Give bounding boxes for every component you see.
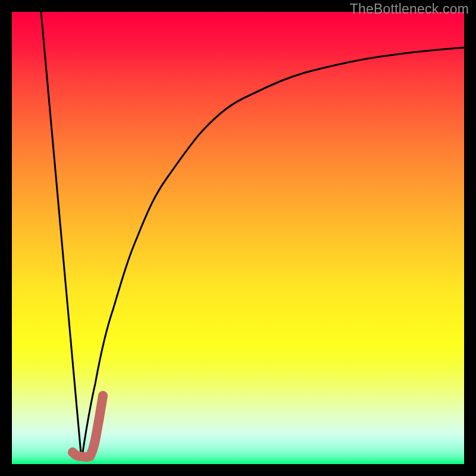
left-line <box>41 12 82 460</box>
plot-area <box>12 12 464 464</box>
right-curve <box>82 48 464 460</box>
curve-layer <box>12 12 464 464</box>
chart-frame: TheBottleneck.com <box>0 0 476 476</box>
watermark-text: TheBottleneck.com <box>350 1 469 17</box>
